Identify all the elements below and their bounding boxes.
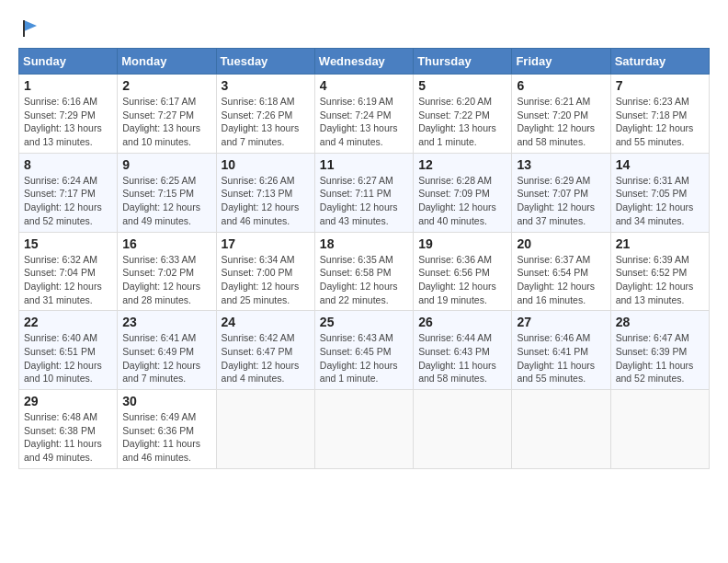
day-number: 10	[222, 157, 310, 172]
day-number: 1	[24, 78, 112, 93]
svg-marker-0	[24, 20, 37, 31]
calendar-day-cell: 24Sunrise: 6:42 AMSunset: 6:47 PMDayligh…	[216, 311, 314, 390]
calendar-day-cell: 27Sunrise: 6:46 AMSunset: 6:41 PMDayligh…	[512, 311, 610, 390]
calendar-day-cell: 15Sunrise: 6:32 AMSunset: 7:04 PMDayligh…	[19, 232, 118, 311]
day-detail: Sunrise: 6:36 AMSunset: 6:56 PMDaylight:…	[418, 253, 506, 307]
day-detail: Sunrise: 6:20 AMSunset: 7:22 PMDaylight:…	[418, 95, 506, 149]
day-detail: Sunrise: 6:24 AMSunset: 7:17 PMDaylight:…	[24, 174, 112, 228]
day-number: 11	[320, 157, 408, 172]
day-number: 16	[122, 236, 210, 251]
day-of-week-header: Thursday	[414, 49, 512, 75]
day-of-week-header: Wednesday	[314, 49, 413, 75]
calendar-day-cell: 14Sunrise: 6:31 AMSunset: 7:05 PMDayligh…	[610, 153, 709, 232]
calendar-week-row: 1Sunrise: 6:16 AMSunset: 7:29 PMDaylight…	[19, 75, 710, 154]
calendar-day-cell	[216, 390, 314, 469]
day-detail: Sunrise: 6:26 AMSunset: 7:13 PMDaylight:…	[222, 174, 310, 228]
day-detail: Sunrise: 6:40 AMSunset: 6:51 PMDaylight:…	[24, 331, 112, 385]
calendar-day-cell: 10Sunrise: 6:26 AMSunset: 7:13 PMDayligh…	[216, 153, 314, 232]
day-number: 24	[222, 315, 310, 329]
calendar-day-cell: 20Sunrise: 6:37 AMSunset: 6:54 PMDayligh…	[512, 232, 610, 311]
calendar-day-cell: 2Sunrise: 6:17 AMSunset: 7:27 PMDaylight…	[118, 75, 216, 154]
calendar-header-row: SundayMondayTuesdayWednesdayThursdayFrid…	[19, 49, 710, 75]
day-detail: Sunrise: 6:42 AMSunset: 6:47 PMDaylight:…	[222, 331, 310, 385]
day-number: 27	[517, 315, 605, 329]
calendar-day-cell: 6Sunrise: 6:21 AMSunset: 7:20 PMDaylight…	[512, 75, 610, 154]
day-detail: Sunrise: 6:37 AMSunset: 6:54 PMDaylight:…	[517, 253, 605, 307]
day-detail: Sunrise: 6:34 AMSunset: 7:00 PMDaylight:…	[222, 253, 310, 307]
calendar-day-cell: 29Sunrise: 6:48 AMSunset: 6:38 PMDayligh…	[19, 390, 118, 469]
calendar-day-cell: 12Sunrise: 6:28 AMSunset: 7:09 PMDayligh…	[414, 153, 512, 232]
day-of-week-header: Monday	[118, 49, 216, 75]
logo	[18, 18, 40, 39]
day-number: 29	[24, 394, 112, 408]
day-number: 2	[122, 78, 210, 93]
day-detail: Sunrise: 6:28 AMSunset: 7:09 PMDaylight:…	[418, 174, 506, 228]
calendar-day-cell: 21Sunrise: 6:39 AMSunset: 6:52 PMDayligh…	[610, 232, 709, 311]
day-detail: Sunrise: 6:21 AMSunset: 7:20 PMDaylight:…	[517, 95, 605, 149]
day-of-week-header: Tuesday	[216, 49, 314, 75]
day-number: 8	[24, 157, 112, 172]
calendar-day-cell	[414, 390, 512, 469]
day-detail: Sunrise: 6:25 AMSunset: 7:15 PMDaylight:…	[122, 174, 210, 228]
day-detail: Sunrise: 6:47 AMSunset: 6:39 PMDaylight:…	[616, 331, 704, 385]
day-number: 30	[122, 394, 210, 408]
day-number: 17	[222, 236, 310, 251]
calendar-day-cell: 11Sunrise: 6:27 AMSunset: 7:11 PMDayligh…	[314, 153, 413, 232]
calendar-table: SundayMondayTuesdayWednesdayThursdayFrid…	[18, 48, 710, 469]
day-number: 5	[418, 78, 506, 93]
day-detail: Sunrise: 6:39 AMSunset: 6:52 PMDaylight:…	[616, 253, 704, 307]
day-number: 13	[517, 157, 605, 172]
day-detail: Sunrise: 6:44 AMSunset: 6:43 PMDaylight:…	[418, 331, 506, 385]
calendar-day-cell: 30Sunrise: 6:49 AMSunset: 6:36 PMDayligh…	[118, 390, 216, 469]
day-detail: Sunrise: 6:23 AMSunset: 7:18 PMDaylight:…	[616, 95, 704, 149]
page-header	[18, 18, 710, 39]
calendar-day-cell: 3Sunrise: 6:18 AMSunset: 7:26 PMDaylight…	[216, 75, 314, 154]
calendar-day-cell: 22Sunrise: 6:40 AMSunset: 6:51 PMDayligh…	[19, 311, 118, 390]
day-detail: Sunrise: 6:27 AMSunset: 7:11 PMDaylight:…	[320, 174, 408, 228]
calendar-day-cell: 16Sunrise: 6:33 AMSunset: 7:02 PMDayligh…	[118, 232, 216, 311]
calendar-day-cell: 18Sunrise: 6:35 AMSunset: 6:58 PMDayligh…	[314, 232, 413, 311]
calendar-day-cell	[314, 390, 413, 469]
calendar-day-cell: 5Sunrise: 6:20 AMSunset: 7:22 PMDaylight…	[414, 75, 512, 154]
day-number: 19	[418, 236, 506, 251]
day-detail: Sunrise: 6:29 AMSunset: 7:07 PMDaylight:…	[517, 174, 605, 228]
day-detail: Sunrise: 6:48 AMSunset: 6:38 PMDaylight:…	[24, 410, 112, 465]
day-number: 20	[517, 236, 605, 251]
day-number: 14	[616, 157, 704, 172]
day-number: 25	[320, 315, 408, 329]
day-detail: Sunrise: 6:16 AMSunset: 7:29 PMDaylight:…	[24, 95, 112, 149]
day-number: 26	[418, 315, 506, 329]
day-detail: Sunrise: 6:49 AMSunset: 6:36 PMDaylight:…	[122, 410, 210, 465]
day-detail: Sunrise: 6:18 AMSunset: 7:26 PMDaylight:…	[222, 95, 310, 149]
calendar-day-cell: 4Sunrise: 6:19 AMSunset: 7:24 PMDaylight…	[314, 75, 413, 154]
day-number: 23	[122, 315, 210, 329]
day-number: 15	[24, 236, 112, 251]
calendar-week-row: 22Sunrise: 6:40 AMSunset: 6:51 PMDayligh…	[19, 311, 710, 390]
svg-rect-1	[23, 20, 25, 37]
day-detail: Sunrise: 6:35 AMSunset: 6:58 PMDaylight:…	[320, 253, 408, 307]
calendar-week-row: 15Sunrise: 6:32 AMSunset: 7:04 PMDayligh…	[19, 232, 710, 311]
logo-flag-icon	[20, 18, 40, 39]
calendar-day-cell: 23Sunrise: 6:41 AMSunset: 6:49 PMDayligh…	[118, 311, 216, 390]
calendar-day-cell: 7Sunrise: 6:23 AMSunset: 7:18 PMDaylight…	[610, 75, 709, 154]
calendar-day-cell: 17Sunrise: 6:34 AMSunset: 7:00 PMDayligh…	[216, 232, 314, 311]
day-number: 3	[222, 78, 310, 93]
day-detail: Sunrise: 6:41 AMSunset: 6:49 PMDaylight:…	[122, 331, 210, 385]
calendar-day-cell: 13Sunrise: 6:29 AMSunset: 7:07 PMDayligh…	[512, 153, 610, 232]
day-number: 7	[616, 78, 704, 93]
calendar-day-cell: 9Sunrise: 6:25 AMSunset: 7:15 PMDaylight…	[118, 153, 216, 232]
calendar-week-row: 8Sunrise: 6:24 AMSunset: 7:17 PMDaylight…	[19, 153, 710, 232]
day-detail: Sunrise: 6:32 AMSunset: 7:04 PMDaylight:…	[24, 253, 112, 307]
day-number: 9	[122, 157, 210, 172]
day-detail: Sunrise: 6:19 AMSunset: 7:24 PMDaylight:…	[320, 95, 408, 149]
calendar-day-cell	[610, 390, 709, 469]
calendar-week-row: 29Sunrise: 6:48 AMSunset: 6:38 PMDayligh…	[19, 390, 710, 469]
day-number: 12	[418, 157, 506, 172]
day-number: 28	[616, 315, 704, 329]
day-number: 4	[320, 78, 408, 93]
day-number: 21	[616, 236, 704, 251]
day-number: 22	[24, 315, 112, 329]
day-number: 18	[320, 236, 408, 251]
day-number: 6	[517, 78, 605, 93]
calendar-day-cell: 26Sunrise: 6:44 AMSunset: 6:43 PMDayligh…	[414, 311, 512, 390]
